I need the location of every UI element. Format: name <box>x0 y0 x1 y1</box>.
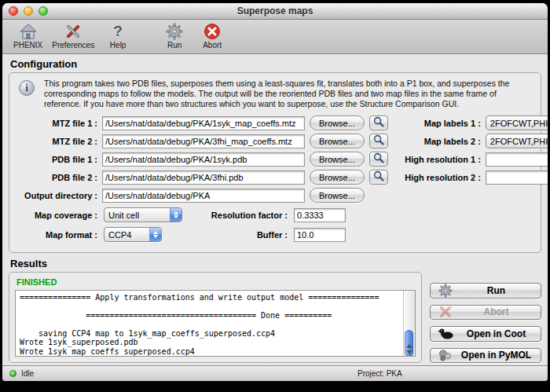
toolbar-preferences-label: Preferences <box>52 41 94 49</box>
log-scrollbar[interactable] <box>403 291 415 356</box>
map-labels-1-select[interactable]: 2FOFCWT,PHI2FOF... <box>486 115 548 130</box>
output-directory-input[interactable] <box>102 189 305 203</box>
mtz-file-1-inspect-button[interactable] <box>369 115 388 130</box>
buffer-input[interactable] <box>294 228 346 242</box>
magnifier-icon <box>373 116 384 130</box>
mtz-file-1-input[interactable] <box>102 116 305 130</box>
preferences-tools-icon <box>64 22 82 41</box>
pdb-file-2-row: PDB file 2 : Browse... High resolution 2… <box>17 170 533 185</box>
map-format-row: Map format : CCP4 Buffer : <box>17 227 533 243</box>
configuration-panel: i This program takes two PDB files, supe… <box>9 72 541 253</box>
help-icon: ? <box>113 22 123 41</box>
phenix-home-icon <box>19 22 38 41</box>
abort-button-label: Abort <box>459 306 534 317</box>
open-in-pymol-button[interactable]: Open in PyMOL <box>430 348 541 363</box>
program-info-icon: i <box>19 80 35 96</box>
scrollbar-arrows-icon[interactable] <box>404 344 415 354</box>
configuration-heading: Configuration <box>10 58 541 70</box>
job-status-text: FINISHED <box>16 277 416 287</box>
toolbar-abort-label: Abort <box>203 41 222 49</box>
window-title: Superpose maps <box>2 5 548 16</box>
red-x-icon <box>438 306 453 318</box>
output-directory-browse-button[interactable]: Browse... <box>310 188 365 203</box>
pdb-file-2-browse-button[interactable]: Browse... <box>310 170 365 185</box>
gear-icon <box>438 284 453 298</box>
results-section: FINISHED =============== Apply transform… <box>9 272 541 363</box>
pdb-file-1-row: PDB file 1 : Browse... High resolution 1… <box>17 152 533 167</box>
status-bar: Idle Project: PKA <box>2 365 548 381</box>
map-format-value: CCP4 <box>104 230 149 240</box>
pymol-icon <box>438 349 453 362</box>
pdb-file-1-input[interactable] <box>102 152 305 167</box>
output-directory-label: Output directory : <box>17 191 97 200</box>
mtz-file-1-browse-button[interactable]: Browse... <box>310 115 365 130</box>
open-in-coot-label: Open in Coot <box>459 328 534 339</box>
pdb-file-1-browse-button[interactable]: Browse... <box>310 152 365 167</box>
pdb-file-1-label: PDB file 1 : <box>17 155 97 164</box>
map-format-label: Map format : <box>17 230 97 240</box>
run-button[interactable]: Run <box>430 283 541 299</box>
map-labels-2-select[interactable]: 2FOFCWT,PHI2FOF... <box>486 134 548 148</box>
buffer-label: Buffer : <box>195 230 288 240</box>
abort-icon <box>204 22 221 41</box>
toolbar-abort-button[interactable]: Abort <box>193 21 231 51</box>
pdb-file-2-inspect-button[interactable] <box>369 170 388 185</box>
resolution-factor-input[interactable] <box>294 208 346 222</box>
toolbar-run-label: Run <box>167 41 182 49</box>
log-output: =============== Apply transformations an… <box>20 293 399 357</box>
toolbar-phenix-label: PHENIX <box>13 41 42 49</box>
run-gear-icon <box>166 22 183 41</box>
run-button-label: Run <box>459 285 534 296</box>
mtz-file-2-row: MTZ file 2 : Browse... Map labels 2 : 2F… <box>17 134 533 149</box>
mtz-file-2-browse-button[interactable]: Browse... <box>310 134 365 148</box>
abort-button[interactable]: Abort <box>430 305 541 320</box>
high-resolution-1-label: High resolution 1 : <box>393 155 481 164</box>
pdb-file-2-label: PDB file 2 : <box>17 173 97 182</box>
magnifier-icon <box>373 152 384 166</box>
pdb-file-2-input[interactable] <box>102 170 305 185</box>
results-heading: Results <box>10 258 541 269</box>
map-coverage-label: Map coverage : <box>17 211 97 220</box>
toolbar-phenix-button[interactable]: PHENIX <box>9 21 47 51</box>
status-led-icon <box>9 370 16 377</box>
mtz-file-1-row: MTZ file 1 : Browse... Map labels 1 : 2F… <box>17 115 533 131</box>
project-label: Project: PKA <box>358 369 402 378</box>
pdb-file-1-inspect-button[interactable] <box>369 152 388 167</box>
mtz-file-2-inspect-button[interactable] <box>369 134 388 148</box>
map-coverage-select[interactable]: Unit cell <box>104 207 182 222</box>
results-actions: Run Abort Open in Coot Open in PyMOL <box>430 272 541 363</box>
toolbar-preferences-button[interactable]: Preferences <box>47 21 99 51</box>
high-resolution-2-label: High resolution 2 : <box>393 173 481 182</box>
toolbar-run-button[interactable]: Run <box>156 21 193 51</box>
mtz-file-2-input[interactable] <box>102 134 305 148</box>
program-description-text: This program takes two PDB files, superp… <box>44 79 531 110</box>
map-format-select[interactable]: CCP4 <box>104 227 162 242</box>
open-in-coot-button[interactable]: Open in Coot <box>430 326 541 341</box>
mtz-file-1-label: MTZ file 1 : <box>17 119 97 128</box>
program-description: i This program takes two PDB files, supe… <box>17 79 533 110</box>
high-resolution-1-input[interactable] <box>486 152 548 167</box>
magnifier-icon <box>373 170 384 184</box>
open-in-pymol-label: Open in PyMOL <box>459 350 534 361</box>
output-directory-row: Output directory : Browse... <box>17 188 533 203</box>
toolbar-help-button[interactable]: ? Help <box>99 21 137 51</box>
magnifier-icon <box>373 134 384 148</box>
status-text: Idle <box>21 369 34 378</box>
app-window: Superpose maps PHENIX Preferences ? Help… <box>2 3 548 381</box>
map-coverage-value: Unit cell <box>104 211 170 220</box>
mtz-file-2-label: MTZ file 2 : <box>17 137 97 146</box>
titlebar[interactable]: Superpose maps <box>2 3 548 20</box>
map-coverage-row: Map coverage : Unit cell Resolution fact… <box>17 207 533 223</box>
map-labels-2-label: Map labels 2 : <box>393 137 481 146</box>
results-panel: FINISHED =============== Apply transform… <box>9 272 422 363</box>
main-content: Configuration i This program takes two P… <box>2 54 548 365</box>
high-resolution-2-input[interactable] <box>486 170 548 185</box>
map-labels-1-label: Map labels 1 : <box>393 119 481 128</box>
map-labels-2-value: 2FOFCWT,PHI2FOF... <box>486 137 548 146</box>
coot-bird-icon <box>438 327 453 340</box>
toolbar: PHENIX Preferences ? Help Run Abort <box>2 20 548 54</box>
popup-stepper-icon <box>149 228 161 241</box>
popup-stepper-icon <box>170 208 182 222</box>
map-labels-1-value: 2FOFCWT,PHI2FOF... <box>486 119 548 128</box>
log-console[interactable]: =============== Apply transformations an… <box>15 290 416 357</box>
